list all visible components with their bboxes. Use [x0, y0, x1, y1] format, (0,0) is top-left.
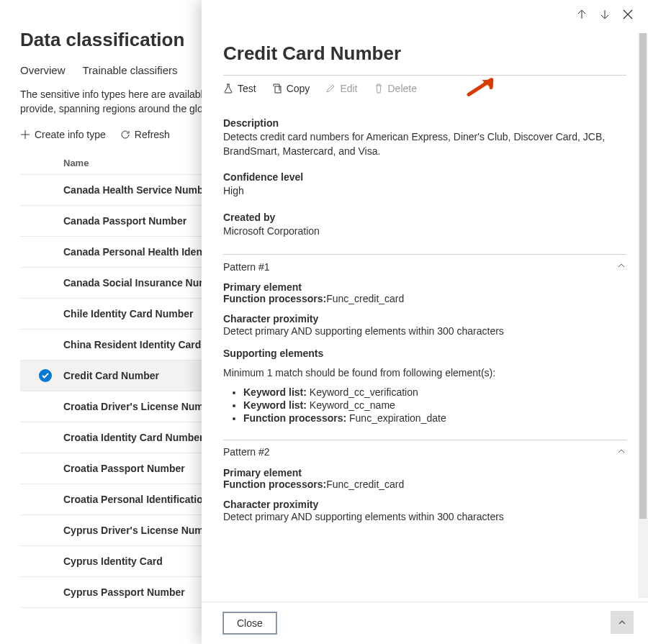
row-name: Croatia Identity Card Number [35, 432, 203, 443]
function-processors-value-2: Func_credit_card [326, 479, 404, 490]
panel-footer: Close [202, 602, 648, 644]
list-item: Keyword list: Keyword_cc_verification [243, 386, 626, 398]
refresh-button[interactable]: Refresh [120, 129, 170, 140]
proximity-value: Detect primary AND supporting elements w… [223, 325, 626, 339]
supporting-label: Supporting elements [223, 348, 323, 359]
pattern-1-title: Pattern #1 [223, 261, 270, 273]
checked-icon [39, 369, 52, 382]
supporting-list: Keyword list: Keyword_cc_verification Ke… [243, 386, 626, 424]
copy-icon [272, 83, 282, 94]
scrollbar-track[interactable] [638, 33, 648, 598]
plus-icon [20, 130, 30, 140]
row-name: Cyprus Identity Card [35, 555, 163, 567]
function-processors-label: Function processors: [223, 293, 326, 304]
panel-actions: Test Copy Edit Delete [223, 83, 626, 100]
beaker-icon [223, 83, 233, 94]
row-name: Canada Health Service Number [35, 184, 213, 196]
create-label: Create info type [35, 129, 106, 140]
panel-header: Credit Card Number Test Copy Edit Delete [202, 22, 648, 100]
divider [223, 75, 626, 76]
list-item: Keyword list: Keyword_cc_name [243, 399, 626, 411]
refresh-label: Refresh [135, 129, 170, 140]
description-label: Description [223, 117, 626, 129]
edit-button: Edit [325, 83, 357, 94]
close-button[interactable]: Close [223, 612, 276, 634]
function-processors-value: Func_credit_card [326, 293, 404, 304]
copy-label: Copy [287, 83, 310, 94]
scrollbar-thumb[interactable] [639, 33, 647, 519]
created-by-value: Microsoft Corporation [223, 225, 626, 239]
row-name: Croatia Driver's License Number [35, 401, 220, 412]
edit-icon [325, 83, 336, 94]
details-panel: Credit Card Number Test Copy Edit Delete… [202, 0, 648, 644]
refresh-icon [120, 130, 130, 140]
tab-overview[interactable]: Overview [20, 64, 66, 76]
svg-rect-0 [275, 86, 281, 93]
description-value: Detects credit card numbers for American… [223, 130, 626, 158]
proximity-label: Character proximity [223, 313, 318, 325]
chevron-up-icon [616, 446, 626, 458]
proximity-value-2: Detect primary AND supporting elements w… [223, 510, 626, 525]
close-icon[interactable] [622, 9, 634, 22]
created-by-label: Created by [223, 212, 626, 223]
next-icon[interactable] [599, 9, 611, 22]
panel-top-controls [202, 0, 648, 22]
row-name: Credit Card Number [52, 370, 159, 381]
panel-title: Credit Card Number [223, 42, 626, 65]
supporting-intro: Minimum 1 match should be found from fol… [223, 366, 626, 381]
edit-label: Edit [340, 83, 357, 94]
row-name: Cyprus Passport Number [35, 586, 185, 598]
row-name: Croatia Passport Number [35, 463, 185, 474]
delete-label: Delete [388, 83, 417, 94]
create-info-type-button[interactable]: Create info type [20, 129, 106, 140]
scroll-to-top-button[interactable] [611, 611, 634, 634]
panel-scroll[interactable]: Description Detects credit card numbers … [202, 100, 648, 602]
copy-button[interactable]: Copy [272, 83, 310, 94]
row-name: Chile Identity Card Number [35, 308, 193, 319]
pattern-1-section: Pattern #1 Primary element Function proc… [223, 254, 626, 423]
pattern-2-title: Pattern #2 [223, 446, 270, 458]
tab-trainable-classifiers[interactable]: Trainable classifiers [83, 64, 178, 76]
test-button[interactable]: Test [223, 83, 256, 94]
primary-element-label-2: Primary element [223, 467, 302, 479]
pattern-2-section: Pattern #2 Primary element Function proc… [223, 440, 626, 525]
proximity-label-2: Character proximity [223, 499, 318, 510]
delete-button: Delete [374, 83, 417, 94]
row-name: Canada Social Insurance Number [35, 277, 224, 289]
primary-element-label: Primary element [223, 281, 302, 293]
pattern-2-header[interactable]: Pattern #2 [223, 446, 626, 458]
confidence-value: High [223, 184, 626, 199]
chevron-up-icon [617, 617, 627, 627]
row-name: Canada Passport Number [35, 215, 186, 227]
prev-icon[interactable] [576, 9, 588, 22]
test-label: Test [238, 83, 256, 94]
row-name: Cyprus Driver's License Number [35, 525, 220, 536]
chevron-up-icon [616, 260, 626, 273]
function-processors-label-2: Function processors: [223, 479, 326, 490]
list-item: Function processors: Func_expiration_dat… [243, 412, 626, 424]
pattern-1-header[interactable]: Pattern #1 [223, 260, 626, 273]
confidence-label: Confidence level [223, 171, 626, 183]
delete-icon [374, 83, 384, 94]
